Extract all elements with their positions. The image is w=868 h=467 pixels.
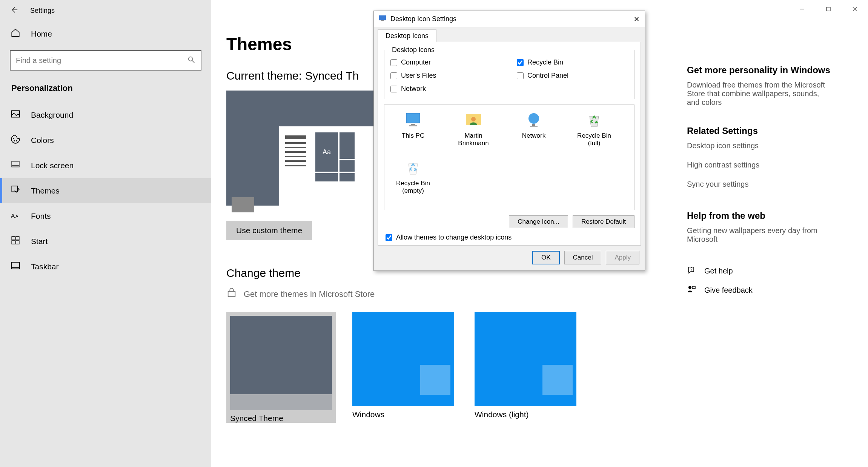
sidebar-item-colors[interactable]: Colors xyxy=(0,128,211,153)
cancel-button[interactable]: Cancel xyxy=(564,251,602,264)
palette-icon xyxy=(11,134,20,146)
svg-point-32 xyxy=(528,113,539,124)
svg-point-9 xyxy=(14,140,15,141)
check-computer[interactable]: Computer xyxy=(390,58,502,66)
preview-aa: Aa xyxy=(315,132,338,172)
right-more-body: Download free themes from the Microsoft … xyxy=(687,81,830,107)
get-help-link[interactable]: ? Get help xyxy=(687,266,830,277)
sidebar-item-taskbar[interactable]: Taskbar xyxy=(0,254,211,279)
theme-card-label: Synced Theme xyxy=(226,414,336,423)
check-label: Recycle Bin xyxy=(527,58,563,66)
svg-rect-29 xyxy=(409,125,417,126)
get-help-label: Get help xyxy=(704,267,733,275)
back-icon[interactable] xyxy=(10,6,18,16)
change-icon-button[interactable]: Change Icon... xyxy=(509,215,568,228)
svg-point-8 xyxy=(13,138,14,139)
themes-icon xyxy=(11,185,20,197)
right-related-title: Related Settings xyxy=(687,126,830,136)
use-custom-theme-button[interactable]: Use custom theme xyxy=(226,221,312,240)
svg-point-5 xyxy=(189,57,193,61)
checkbox[interactable] xyxy=(517,72,524,79)
check-network[interactable]: Network xyxy=(390,85,502,93)
check-label: User's Files xyxy=(401,72,436,80)
minimize-button[interactable] xyxy=(789,0,815,18)
checkbox[interactable] xyxy=(390,86,397,92)
checkbox[interactable] xyxy=(386,234,392,241)
svg-rect-18 xyxy=(12,241,15,244)
ok-button[interactable]: OK xyxy=(532,251,560,264)
icon-recycle-empty[interactable]: Recycle Bin (empty) xyxy=(390,158,436,195)
check-recycle-bin[interactable]: Recycle Bin xyxy=(517,58,628,66)
theme-card-windows[interactable]: Windows xyxy=(349,312,458,423)
theme-card-synced[interactable]: Synced Theme xyxy=(226,312,336,423)
svg-rect-24 xyxy=(692,286,695,289)
right-panel: Get more personality in Windows Download… xyxy=(687,65,830,304)
taskbar-icon xyxy=(11,261,20,272)
svg-rect-19 xyxy=(16,241,19,244)
sidebar-home[interactable]: Home xyxy=(0,21,211,46)
icon-network[interactable]: Network xyxy=(511,111,556,147)
svg-text:A: A xyxy=(11,212,15,219)
sidebar-item-label: Fonts xyxy=(31,212,51,221)
sidebar-home-label: Home xyxy=(31,29,52,38)
allow-themes-checkbox[interactable]: Allow themes to change desktop icons xyxy=(386,233,634,241)
icon-label: Recycle Bin (empty) xyxy=(396,180,430,194)
sidebar-item-start[interactable]: Start xyxy=(0,229,211,254)
help-icon: ? xyxy=(687,266,696,277)
check-users-files[interactable]: User's Files xyxy=(390,72,502,80)
store-link-label: Get more themes in Microsoft Store xyxy=(244,289,375,299)
right-help-title: Help from the web xyxy=(687,210,830,221)
sidebar-item-label: Colors xyxy=(31,136,54,145)
dialog-close-button[interactable]: ✕ xyxy=(633,15,640,23)
sidebar-item-lock-screen[interactable]: Lock screen xyxy=(0,153,211,178)
tab-desktop-icons[interactable]: Desktop Icons xyxy=(378,29,436,42)
link-wallpapers[interactable]: Getting new wallpapers every day from Mi… xyxy=(687,226,830,244)
sidebar-item-themes[interactable]: Themes xyxy=(0,178,211,203)
svg-line-6 xyxy=(192,60,195,63)
svg-rect-34 xyxy=(530,126,538,127)
apply-button[interactable]: Apply xyxy=(606,251,639,264)
icon-user[interactable]: Martin Brinkmann xyxy=(451,111,496,147)
theme-card-windows-light[interactable]: Windows (light) xyxy=(471,312,580,423)
give-feedback-link[interactable]: Give feedback xyxy=(687,285,830,296)
svg-rect-17 xyxy=(16,237,19,240)
theme-card-label: Windows xyxy=(349,410,458,419)
window-title: Settings xyxy=(30,7,55,15)
svg-point-31 xyxy=(471,117,476,121)
svg-rect-27 xyxy=(406,113,420,123)
link-sync-settings[interactable]: Sync your settings xyxy=(687,180,830,189)
fonts-icon: AA xyxy=(11,210,20,222)
check-control-panel[interactable]: Control Panel xyxy=(517,72,628,80)
sidebar-item-background[interactable]: Background xyxy=(0,102,211,128)
svg-rect-11 xyxy=(12,161,19,167)
maximize-button[interactable] xyxy=(815,0,842,18)
desktop-icons-legend: Desktop icons xyxy=(390,46,436,54)
link-desktop-icon-settings[interactable]: Desktop icon settings xyxy=(687,141,830,150)
icon-label: This PC xyxy=(402,132,424,139)
svg-rect-25 xyxy=(379,15,386,20)
link-high-contrast[interactable]: High contrast settings xyxy=(687,161,830,169)
checkbox[interactable] xyxy=(517,59,524,66)
icon-preview-grid: This PC Martin Brinkmann Network Recycle… xyxy=(384,104,634,210)
icon-this-pc[interactable]: This PC xyxy=(390,111,436,147)
sidebar-item-label: Background xyxy=(31,111,73,120)
restore-default-button[interactable]: Restore Default xyxy=(573,215,634,228)
close-button[interactable] xyxy=(842,0,868,18)
svg-rect-26 xyxy=(381,20,384,21)
checkbox[interactable] xyxy=(390,72,397,79)
search-input[interactable] xyxy=(10,50,201,71)
icon-label: Network xyxy=(522,132,545,139)
checkbox[interactable] xyxy=(390,59,397,66)
icon-recycle-full[interactable]: Recycle Bin (full) xyxy=(571,111,617,147)
lock-screen-icon xyxy=(11,160,20,171)
icon-label: Recycle Bin (full) xyxy=(577,132,611,147)
icon-label: Martin Brinkmann xyxy=(458,132,489,147)
desktop-icon-settings-dialog: Desktop Icon Settings ✕ Desktop Icons De… xyxy=(373,11,645,271)
sidebar-item-fonts[interactable]: AA Fonts xyxy=(0,203,211,229)
feedback-icon xyxy=(687,285,696,296)
right-more-title: Get more personality in Windows xyxy=(687,65,830,75)
sidebar-item-label: Taskbar xyxy=(31,262,59,271)
desktop-icons-group: Desktop icons Computer Recycle Bin User'… xyxy=(384,46,634,99)
home-icon xyxy=(11,28,20,40)
search-field[interactable] xyxy=(16,56,187,65)
